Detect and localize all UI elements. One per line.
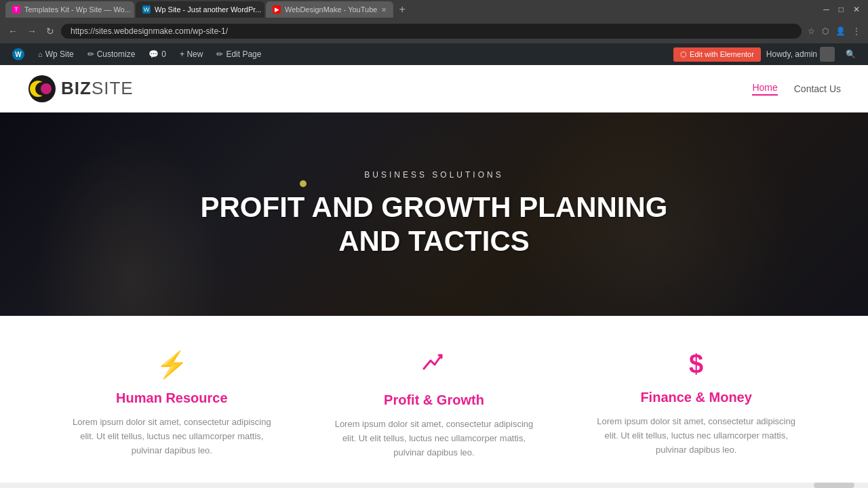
comments-count: 0 bbox=[161, 49, 166, 59]
profile-icon[interactable]: 👤 bbox=[833, 25, 848, 37]
hero-title: PROFIT AND GROWTH PLANNING AND TACTICS bbox=[200, 190, 667, 259]
edit-elementor-button[interactable]: ⬡ Edit with Elementor bbox=[673, 47, 761, 62]
tab-bar: T Templates Kit - Wp Site — Wo... ✕ W Wp… bbox=[5, 1, 410, 18]
comments-icon: 💬 bbox=[149, 49, 159, 59]
tab2-label: Wp Site - Just another WordPr... bbox=[155, 5, 262, 14]
tab1-label: Templates Kit - Wp Site — Wo... bbox=[24, 5, 131, 14]
wp-site-label: Wp Site bbox=[45, 49, 74, 59]
hero-subtitle: BUSINESS SOLUTIONS bbox=[200, 170, 667, 180]
new-content-item[interactable]: + New bbox=[174, 43, 208, 65]
browser-icons: ☆ ⬡ 👤 ⋮ bbox=[806, 25, 863, 37]
edit-page-icon: ✏ bbox=[216, 49, 223, 59]
site-content: BIZSITE Home Contact Us BUSINESS SOLUTIO… bbox=[0, 65, 868, 487]
finance-money-desc: Lorem ipsum dolor sit amet, consectetur … bbox=[595, 415, 798, 457]
chart-icon bbox=[421, 350, 447, 375]
tab2-favicon: W bbox=[142, 5, 151, 14]
customize-label: Customize bbox=[97, 49, 136, 59]
bookmark-star-icon[interactable]: ☆ bbox=[806, 25, 817, 37]
tab3-label: WebDesignMake - YouTube bbox=[285, 5, 377, 14]
admin-right-section: ⬡ Edit with Elementor Howdy, admin 🔍 bbox=[673, 43, 861, 65]
wp-site-icon: ⌂ bbox=[38, 50, 43, 58]
comments-item[interactable]: 💬 0 bbox=[143, 43, 172, 65]
tab3-favicon: ▶ bbox=[273, 5, 281, 14]
scrollbar[interactable] bbox=[0, 483, 868, 488]
howdy-item[interactable]: Howdy, admin bbox=[761, 43, 840, 65]
wp-site-item[interactable]: ⌂ Wp Site bbox=[33, 43, 79, 65]
site-logo[interactable]: BIZSITE bbox=[27, 74, 134, 104]
close-button[interactable]: ✕ bbox=[850, 3, 863, 16]
hero-title-line2: AND TACTICS bbox=[338, 225, 530, 257]
wp-logo-icon: W bbox=[12, 48, 24, 60]
feature-human-resource: ⚡ Human Resource Lorem ipsum dolor sit a… bbox=[70, 350, 273, 458]
nav-contact[interactable]: Contact Us bbox=[794, 83, 841, 94]
search-admin-item[interactable]: 🔍 bbox=[840, 43, 861, 65]
site-navigation: Home Contact Us bbox=[752, 82, 841, 96]
hero-title-line1: PROFIT AND GROWTH PLANNING bbox=[200, 191, 667, 223]
logo-icon bbox=[27, 74, 57, 104]
browser-tab-3[interactable]: ▶ WebDesignMake - YouTube ✕ bbox=[266, 1, 393, 18]
elementor-icon: ⬡ bbox=[680, 50, 687, 59]
edit-page-item[interactable]: ✏ Edit Page bbox=[211, 43, 267, 65]
profit-growth-title: Profit & Growth bbox=[332, 392, 536, 408]
human-resource-desc: Lorem ipsum dolor sit amet, consectetur … bbox=[70, 415, 273, 458]
browser-titlebar: T Templates Kit - Wp Site — Wo... ✕ W Wp… bbox=[0, 0, 868, 19]
hero-section: BUSINESS SOLUTIONS PROFIT AND GROWTH PLA… bbox=[0, 113, 868, 316]
profit-growth-icon bbox=[332, 350, 536, 382]
tab1-favicon: T bbox=[12, 5, 20, 14]
forward-button[interactable]: → bbox=[24, 25, 39, 37]
edit-page-label: Edit Page bbox=[226, 49, 261, 59]
browser-tab-2[interactable]: W Wp Site - Just another WordPr... ✕ bbox=[136, 1, 264, 18]
human-resource-title: Human Resource bbox=[70, 390, 273, 406]
cursor-indicator bbox=[300, 180, 307, 187]
address-bar-row: ← → ↻ https://sites.webdesignmake.com/wp… bbox=[0, 19, 868, 43]
nav-home[interactable]: Home bbox=[752, 82, 777, 96]
wp-admin-bar: W ⌂ Wp Site ✏ Customize 💬 0 + New ✏ Edit… bbox=[0, 43, 868, 65]
tab3-close[interactable]: ✕ bbox=[381, 6, 387, 14]
features-section: ⚡ Human Resource Lorem ipsum dolor sit a… bbox=[0, 316, 868, 487]
profit-growth-desc: Lorem ipsum dolor sit amet, consectetur … bbox=[332, 418, 536, 460]
customize-icon: ✏ bbox=[87, 49, 94, 59]
logo-biz: BIZ bbox=[61, 78, 92, 98]
back-button[interactable]: ← bbox=[5, 25, 20, 37]
site-header: BIZSITE Home Contact Us bbox=[0, 65, 868, 113]
wp-logo-item[interactable]: W bbox=[7, 43, 30, 65]
search-admin-icon: 🔍 bbox=[846, 49, 856, 59]
admin-avatar-icon bbox=[820, 47, 835, 62]
address-bar[interactable]: https://sites.webdesignmake.com/wp-site-… bbox=[61, 24, 802, 39]
finance-icon: $ bbox=[595, 350, 798, 379]
human-resource-icon: ⚡ bbox=[70, 350, 273, 380]
maximize-button[interactable]: □ bbox=[836, 3, 846, 16]
browser-chrome: T Templates Kit - Wp Site — Wo... ✕ W Wp… bbox=[0, 0, 868, 43]
reload-button[interactable]: ↻ bbox=[43, 25, 57, 37]
edit-elementor-label: Edit with Elementor bbox=[690, 50, 754, 58]
minimize-button[interactable]: ─ bbox=[821, 3, 832, 16]
logo-text: BIZSITE bbox=[61, 78, 134, 99]
address-text: https://sites.webdesignmake.com/wp-site-… bbox=[71, 26, 228, 36]
feature-finance-money: $ Finance & Money Lorem ipsum dolor sit … bbox=[595, 350, 798, 457]
browser-tab-1[interactable]: T Templates Kit - Wp Site — Wo... ✕ bbox=[5, 1, 134, 18]
howdy-label: Howdy, admin bbox=[766, 49, 817, 59]
feature-profit-growth: Profit & Growth Lorem ipsum dolor sit am… bbox=[332, 350, 536, 460]
scrollbar-thumb[interactable] bbox=[814, 483, 854, 488]
new-label: + New bbox=[180, 49, 203, 59]
window-controls: ─ □ ✕ bbox=[821, 3, 863, 16]
extensions-icon[interactable]: ⬡ bbox=[820, 25, 831, 37]
logo-site: SITE bbox=[92, 78, 134, 98]
customize-item[interactable]: ✏ Customize bbox=[82, 43, 141, 65]
menu-icon[interactable]: ⋮ bbox=[850, 25, 863, 37]
finance-money-title: Finance & Money bbox=[595, 390, 798, 405]
new-tab-button[interactable]: + bbox=[395, 3, 409, 16]
svg-point-3 bbox=[41, 83, 52, 94]
hero-content: BUSINESS SOLUTIONS PROFIT AND GROWTH PLA… bbox=[200, 170, 667, 259]
